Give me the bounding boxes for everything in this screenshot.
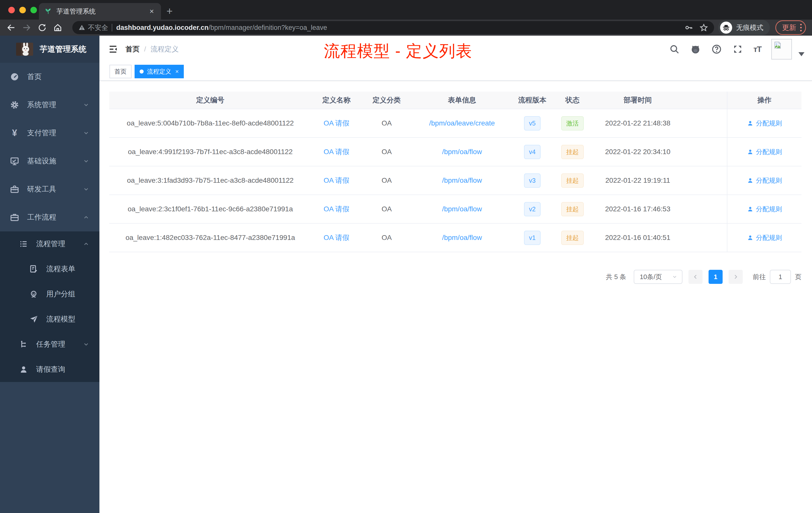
sidebar-item-system[interactable]: 系统管理 — [0, 91, 99, 119]
incognito-badge: 无痕模式 — [718, 20, 770, 35]
goto-page-input[interactable] — [770, 270, 791, 284]
version-badge: v4 — [524, 145, 541, 159]
password-key-icon[interactable] — [685, 23, 693, 32]
definition-name-link[interactable]: OA 请假 — [324, 205, 349, 213]
person-icon — [18, 364, 29, 375]
sidebar-item-process-management[interactable]: 流程管理 — [0, 232, 99, 256]
url-path[interactable]: /bpm/manager/definition?key=oa_leave — [209, 24, 685, 32]
browser-menu-icon[interactable] — [800, 24, 802, 31]
sidebar-item-leave-query[interactable]: 请假查询 — [0, 357, 99, 382]
avatar[interactable] — [771, 39, 792, 59]
browser-toolbar: 不安全 dashboard.yudao.iocoder.cn /bpm/mana… — [0, 20, 812, 36]
user-icon — [747, 234, 754, 241]
help-icon[interactable] — [711, 44, 722, 55]
assign-rule-link[interactable]: 分配规则 — [747, 148, 782, 156]
sidebar-logo[interactable]: 芋道管理系统 — [0, 36, 99, 63]
breadcrumb-home[interactable]: 首页 — [125, 44, 140, 54]
toolbox-icon — [9, 184, 20, 195]
definition-name-link[interactable]: OA 请假 — [324, 176, 349, 184]
form-link[interactable]: /bpm/oa/flow — [442, 205, 482, 213]
avatar-dropdown-caret-icon[interactable] — [799, 52, 805, 56]
user-icon — [747, 149, 754, 155]
chevron-right-icon — [733, 274, 739, 280]
pagination-total: 共 5 条 — [606, 273, 626, 281]
sidebar-item-process-model[interactable]: 流程模型 — [0, 307, 99, 332]
sidebar-item-task-management[interactable]: 任务管理 — [0, 332, 99, 357]
browser-tab[interactable]: 芋道管理系统 × — [39, 3, 161, 20]
sidebar-item-label: 首页 — [27, 72, 89, 82]
definition-name-link[interactable]: OA 请假 — [324, 234, 349, 241]
tag-close-icon[interactable]: × — [175, 68, 179, 75]
tab-close-icon[interactable]: × — [148, 7, 155, 15]
column-header: 操作 — [727, 92, 802, 109]
security-warning-icon[interactable] — [78, 24, 85, 31]
sidebar-item-label: 系统管理 — [27, 100, 83, 110]
form-link[interactable]: /bpm/oa/flow — [442, 148, 482, 156]
tree-branch-icon — [18, 339, 29, 350]
window-minimize-button[interactable] — [19, 7, 26, 13]
sidebar-item-label: 请假查询 — [36, 364, 89, 374]
sidebar-item-workflow[interactable]: 工作流程 — [0, 203, 99, 232]
definition-name-link[interactable]: OA 请假 — [324, 119, 349, 127]
github-icon[interactable] — [690, 44, 701, 55]
tag-process-definition[interactable]: 流程定义 × — [135, 65, 184, 78]
window-zoom-button[interactable] — [30, 7, 37, 13]
home-icon[interactable] — [53, 23, 63, 33]
sidebar-item-user-group[interactable]: 用户分组 — [0, 281, 99, 307]
bookmark-star-icon[interactable] — [699, 23, 708, 32]
assign-rule-link[interactable]: 分配规则 — [747, 176, 782, 185]
page-content: 定义编号 定义名称 定义分类 表单信息 流程版本 状态 部署时间 操作 oa_l… — [99, 81, 812, 513]
address-bar[interactable]: 不安全 dashboard.yudao.iocoder.cn /bpm/mana… — [72, 21, 714, 34]
search-icon[interactable] — [669, 44, 680, 55]
app-header: 首页 / 流程定义 流程模型 - 定义列表 ᴛT — [99, 36, 812, 63]
sidebar-item-home[interactable]: 首页 — [0, 63, 99, 91]
sidebar-item-infrastructure[interactable]: 基础设施 — [0, 147, 99, 175]
list-icon — [18, 238, 29, 249]
reload-icon[interactable] — [37, 23, 47, 33]
security-warning-label[interactable]: 不安全 — [88, 23, 108, 32]
breadcrumb: 首页 / 流程定义 — [125, 44, 179, 54]
deploy-time: 2022-01-16 17:46:53 — [592, 205, 683, 213]
font-size-icon[interactable]: ᴛT — [754, 45, 761, 54]
tag-home[interactable]: 首页 — [110, 65, 132, 78]
update-label: 更新 — [782, 23, 796, 32]
assign-rule-link[interactable]: 分配规则 — [747, 233, 782, 242]
browser-update-button[interactable]: 更新 — [775, 20, 806, 35]
assign-rule-link[interactable]: 分配规则 — [747, 205, 782, 214]
page-size-select[interactable]: 10条/页 — [634, 270, 683, 284]
deploy-time: 2022-01-22 20:34:10 — [592, 148, 683, 156]
sidebar-item-devtools[interactable]: 研发工具 — [0, 175, 99, 203]
active-tag-dot — [140, 69, 144, 73]
version-badge: v3 — [524, 174, 541, 188]
new-tab-button[interactable]: + — [167, 6, 173, 17]
column-header: 定义编号 — [109, 95, 311, 105]
deploy-time: 2022-01-22 19:19:11 — [592, 176, 683, 184]
definition-id: oa_leave:3:1fad3d93-7b75-11ec-a3c8-acde4… — [109, 176, 311, 184]
deploy-time: 2022-01-22 21:48:38 — [592, 119, 683, 127]
url-host[interactable]: dashboard.yudao.iocoder.cn — [116, 24, 209, 32]
sidebar-item-payment[interactable]: ¥ 支付管理 — [0, 119, 99, 147]
fullscreen-icon[interactable] — [732, 44, 743, 55]
prev-page-button[interactable] — [689, 270, 702, 284]
user-icon — [747, 120, 754, 126]
form-link[interactable]: /bpm/oa/flow — [442, 176, 482, 184]
form-link[interactable]: /bpm/oa/flow — [442, 234, 482, 241]
back-icon[interactable] — [6, 23, 16, 33]
incognito-icon — [720, 22, 732, 34]
definition-category: OA — [361, 205, 412, 213]
next-page-button[interactable] — [729, 270, 743, 284]
page-number-button[interactable]: 1 — [708, 270, 723, 284]
definition-name-link[interactable]: OA 请假 — [324, 148, 349, 156]
url-divider — [112, 24, 112, 31]
definition-category: OA — [361, 119, 412, 127]
column-header: 流程版本 — [512, 95, 552, 105]
sidebar-item-process-form[interactable]: 流程表单 — [0, 256, 99, 281]
assign-rule-link[interactable]: 分配规则 — [747, 119, 782, 128]
forward-icon[interactable] — [22, 23, 32, 33]
hamburger-icon[interactable] — [108, 44, 118, 54]
window-close-button[interactable] — [8, 7, 15, 13]
table-row: oa_leave:2:3c1f0ef1-76b1-11ec-9c66-a2380… — [109, 195, 802, 223]
status-badge: 挂起 — [561, 145, 584, 159]
form-link[interactable]: /bpm/oa/leave/create — [429, 119, 495, 127]
chevron-up-icon — [83, 214, 89, 221]
